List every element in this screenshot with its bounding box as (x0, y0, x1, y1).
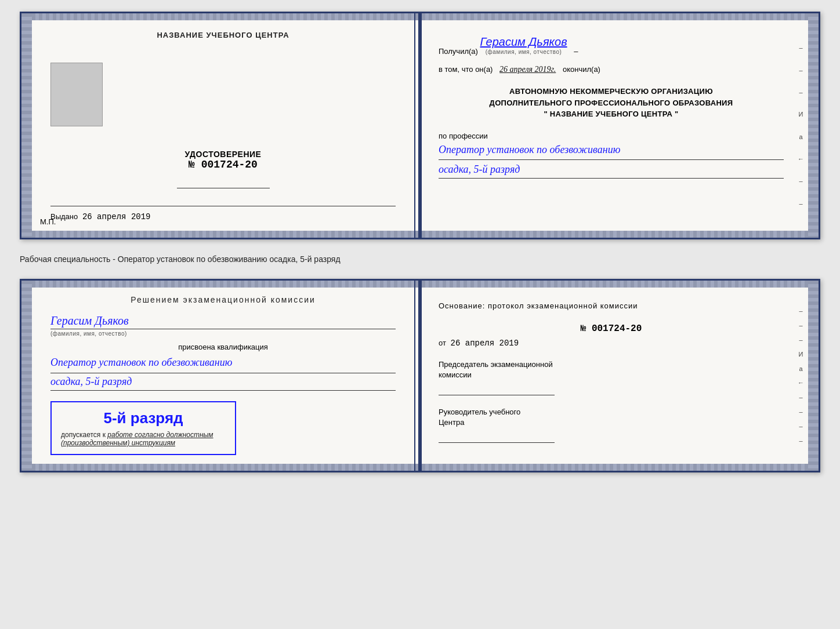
chair-label: Председатель экзаменационной комиссии (439, 359, 784, 380)
rank-line2: осадка, 5-й разряд (50, 376, 396, 391)
completed-prefix: в том, что он(а) (439, 65, 493, 74)
lower-document: Решением экзаменационной комиссии Гераси… (20, 279, 820, 472)
stamp-italic: работе согласно должностным (107, 431, 213, 439)
protocol-date-val: 26 апреля 2019 (451, 339, 519, 348)
director-label: Руководитель учебного Центра (439, 407, 784, 428)
org-line2: ДОПОЛНИТЕЛЬНОГО ПРОФЕССИОНАЛЬНОГО ОБРАЗО… (439, 97, 784, 109)
qual-profession: Оператор установок по обезвоживанию (50, 355, 396, 373)
chair-sig-line (439, 384, 555, 395)
stamp-allowed-prefix: допускается к (61, 431, 106, 439)
rank-value: осадка, 5-й разряд (439, 163, 784, 179)
profession-value: Оператор установок по обезвоживанию (439, 143, 784, 160)
separator-text: Рабочая специальность - Оператор установ… (20, 250, 820, 268)
org-block: АВТОНОМНУЮ НЕКОММЕРЧЕСКУЮ ОРГАНИЗАЦИЮ ДО… (439, 86, 784, 120)
chair-signature-block: Председатель экзаменационной комиссии (439, 359, 784, 395)
profession-label: по профессии (439, 132, 784, 140)
dash1: – (574, 47, 578, 56)
lower-right-side-marks: – – – И а ← – – – – (798, 304, 804, 448)
stamp-allowed: допускается к работе согласно должностны… (61, 431, 226, 447)
right-side-marks: – – – И а ← – – (798, 37, 804, 214)
org-line1: АВТОНОМНУЮ НЕКОММЕРЧЕСКУЮ ОРГАНИЗАЦИЮ (439, 86, 784, 97)
recipient-name: Герасим Дьяков (480, 35, 567, 48)
photo-placeholder (50, 63, 103, 126)
mp-label: М.П. (40, 217, 56, 226)
received-label: Получил(а) (439, 47, 478, 56)
recipient-line: Получил(а) Герасим Дьяков (фамилия, имя,… (439, 35, 784, 56)
commission-sublabel: (фамилия, имя, отчество) (50, 330, 396, 337)
decision-heading: Решением экзаменационной комиссии (50, 294, 396, 306)
chair-label-line1: Председатель экзаменационной (439, 360, 553, 369)
recipient-name-container: Герасим Дьяков (фамилия, имя, отчество) (480, 35, 567, 55)
stamp-box: 5-й разряд допускается к работе согласно… (50, 401, 236, 455)
upper-doc-right: Получил(а) Герасим Дьяков (фамилия, имя,… (415, 13, 819, 238)
director-signature-block: Руководитель учебного Центра (439, 407, 784, 443)
upper-left-title: НАЗВАНИЕ УЧЕБНОГО ЦЕНТРА (50, 31, 396, 39)
date-prefix: от (439, 339, 446, 347)
commission-name-section: Герасим Дьяков (фамилия, имя, отчество) (50, 314, 396, 337)
stamp-rank: 5-й разряд (61, 409, 226, 427)
chair-label-line2: комиссии (439, 370, 472, 379)
separator-label: Рабочая специальность - Оператор установ… (20, 254, 341, 264)
org-name: " НАЗВАНИЕ УЧЕБНОГО ЦЕНТРА " (439, 108, 784, 120)
assigned-label: присвоена квалификация (50, 343, 396, 351)
upper-doc-left: НАЗВАНИЕ УЧЕБНОГО ЦЕНТРА УДОСТОВЕРЕНИЕ №… (21, 13, 415, 238)
issued-line: Выдано 26 апреля 2019 (50, 206, 396, 221)
upper-document: НАЗВАНИЕ УЧЕБНОГО ЦЕНТРА УДОСТОВЕРЕНИЕ №… (20, 12, 820, 239)
completed-line: в том, что он(а) 26 апреля 2019г. окончи… (439, 65, 784, 74)
director-label-line1: Руководитель учебного (439, 408, 520, 416)
stamp-italic2: (производственным) инструкциям (61, 439, 175, 447)
commission-name: Герасим Дьяков (50, 314, 396, 329)
basis-label: Основание: протокол экзаменационной коми… (439, 300, 784, 312)
lower-doc-left: Решением экзаменационной комиссии Гераси… (21, 281, 415, 471)
profession-section: по профессии Оператор установок по обезв… (439, 132, 784, 179)
issued-date: 26 апреля 2019 (82, 212, 151, 221)
director-sig-line (439, 431, 555, 443)
recipient-sublabel: (фамилия, имя, отчество) (480, 49, 567, 55)
protocol-date: от 26 апреля 2019 (439, 339, 784, 348)
cert-number: № 001724-20 (50, 159, 396, 170)
protocol-number: № 001724-20 (439, 323, 784, 334)
cert-number-section: УДОСТОВЕРЕНИЕ № 001724-20 (50, 150, 396, 170)
completed-suffix: окончил(а) (563, 65, 600, 74)
completed-date: 26 апреля 2019г. (499, 65, 556, 74)
cert-label: УДОСТОВЕРЕНИЕ (50, 150, 396, 159)
director-label-line2: Центра (439, 418, 464, 427)
lower-doc-right: Основание: протокол экзаменационной коми… (415, 281, 819, 471)
